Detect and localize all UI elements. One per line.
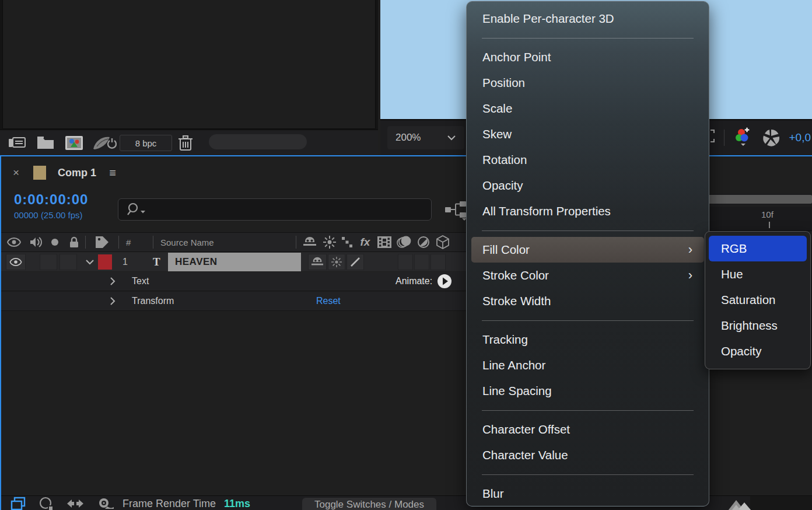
layer-label-swatch[interactable] bbox=[98, 254, 112, 270]
ruler-tick-label: 10f bbox=[761, 209, 774, 219]
shy-column-icon bbox=[299, 236, 321, 249]
comp-color-swatch bbox=[33, 166, 46, 180]
layer-frame-blend-switch[interactable] bbox=[398, 254, 413, 270]
magnification-dropdown[interactable]: 200% bbox=[387, 126, 464, 149]
expand-inout-panes-icon[interactable] bbox=[66, 497, 84, 510]
submenu-chevron-icon: › bbox=[688, 263, 692, 288]
timeline-corner-area bbox=[750, 496, 812, 510]
menu-item-anchor-point[interactable]: Anchor Point bbox=[467, 44, 709, 70]
new-composition-icon[interactable] bbox=[63, 134, 85, 152]
close-tab-icon[interactable]: × bbox=[13, 166, 19, 179]
solo-column-icon bbox=[46, 238, 64, 246]
submenu-item-brightness[interactable]: Brightness bbox=[709, 313, 807, 338]
menu-item-line-anchor[interactable]: Line Anchor bbox=[467, 352, 709, 378]
quality-column-icon bbox=[338, 236, 356, 248]
collapse-transformations-column-icon bbox=[321, 236, 338, 249]
text-group-label[interactable]: Text bbox=[132, 276, 149, 287]
layer-index: 1 bbox=[123, 257, 140, 267]
toolbar-divider bbox=[724, 130, 724, 146]
menu-item-rotation[interactable]: Rotation bbox=[467, 147, 709, 173]
color-depth-label: 8 bpc bbox=[135, 138, 157, 148]
project-items-list[interactable] bbox=[2, 0, 376, 129]
menu-separator bbox=[467, 224, 709, 237]
exposure-value[interactable]: +0,0 bbox=[789, 131, 811, 144]
menu-separator bbox=[467, 32, 709, 44]
color-depth-button[interactable]: 8 bpc bbox=[120, 135, 172, 151]
panel-menu-icon[interactable]: ≡ bbox=[109, 166, 116, 180]
menu-item-position[interactable]: Position bbox=[467, 70, 709, 96]
animate-context-menu: Enable Per-character 3D Anchor Point Pos… bbox=[466, 1, 709, 506]
layer-row[interactable]: 1 T HEAVEN bbox=[1, 252, 468, 271]
search-icon bbox=[127, 202, 146, 216]
menu-item-line-spacing[interactable]: Line Spacing bbox=[467, 378, 709, 404]
after-effects-window: 8 bpc 200% bbox=[0, 0, 812, 510]
submenu-item-saturation[interactable]: Saturation bbox=[709, 287, 807, 313]
toggle-switches-modes-button[interactable]: Toggle Switches / Modes bbox=[302, 498, 436, 510]
project-scrollbar[interactable] bbox=[209, 134, 307, 149]
resolution-icon[interactable] bbox=[762, 128, 780, 147]
frame-render-time-value: 11ms bbox=[224, 498, 250, 510]
menu-item-all-transform-properties[interactable]: All Transform Properties bbox=[467, 198, 709, 224]
comp-tab-title[interactable]: Comp 1 bbox=[58, 167, 96, 179]
chevron-down-icon bbox=[447, 135, 456, 141]
timeline-zoom-mountain-icon[interactable] bbox=[723, 498, 754, 510]
menu-item-skew[interactable]: Skew bbox=[467, 121, 709, 147]
menu-item-blur[interactable]: Blur bbox=[467, 481, 709, 506]
source-name-column-header[interactable]: Source Name bbox=[160, 237, 296, 247]
show-channel-icon[interactable] bbox=[733, 127, 754, 148]
menu-item-tracking[interactable]: Tracking bbox=[467, 327, 709, 352]
animate-label: Animate: bbox=[396, 276, 432, 287]
menu-item-fill-color[interactable]: Fill Color › bbox=[471, 237, 704, 263]
frame-render-time-label: Frame Render Time bbox=[123, 498, 216, 510]
expand-render-time-pane-icon[interactable] bbox=[97, 497, 114, 510]
new-folder-icon[interactable] bbox=[35, 134, 56, 152]
layer-audio-toggle[interactable] bbox=[40, 254, 57, 270]
layer-lock-toggle[interactable] bbox=[60, 254, 77, 270]
layer-visibility-toggle[interactable] bbox=[6, 254, 26, 270]
layer-shy-switch[interactable] bbox=[308, 254, 327, 270]
layer-motion-blur-switch[interactable] bbox=[414, 254, 429, 270]
layer-quality-switch[interactable] bbox=[346, 254, 364, 270]
submenu-item-rgb[interactable]: RGB bbox=[709, 236, 807, 261]
menu-item-stroke-color[interactable]: Stroke Color › bbox=[467, 263, 709, 288]
menu-item-enable-per-character-3d[interactable]: Enable Per-character 3D bbox=[467, 6, 709, 32]
render-engine-icon[interactable] bbox=[91, 134, 118, 152]
current-timecode[interactable]: 0:00:00:00 bbox=[14, 191, 88, 208]
layer-collapse-switch[interactable] bbox=[328, 254, 345, 270]
menu-item-scale[interactable]: Scale bbox=[467, 96, 709, 121]
menu-separator bbox=[467, 468, 709, 481]
effects-column-icon: fx bbox=[356, 236, 374, 249]
expand-transfer-controls-icon[interactable] bbox=[38, 497, 54, 510]
layer-expand-chevron[interactable] bbox=[85, 259, 94, 265]
submenu-chevron-icon: › bbox=[688, 237, 692, 263]
menu-item-opacity[interactable]: Opacity bbox=[467, 173, 709, 198]
transform-group-row[interactable]: Transform Reset bbox=[1, 292, 468, 311]
comp-mini-flowchart-icon[interactable] bbox=[444, 201, 468, 221]
ruler-tick-mark bbox=[769, 222, 770, 228]
timeline-search-input[interactable] bbox=[118, 198, 432, 221]
project-panel: 8 bpc bbox=[0, 0, 378, 156]
menu-item-character-offset[interactable]: Character Offset bbox=[467, 417, 709, 442]
menu-item-stroke-width[interactable]: Stroke Width bbox=[467, 288, 709, 314]
interpret-footage-icon[interactable] bbox=[6, 134, 28, 152]
submenu-item-hue[interactable]: Hue bbox=[709, 261, 807, 287]
submenu-item-opacity[interactable]: Opacity bbox=[709, 338, 807, 364]
video-column-icon bbox=[1, 237, 27, 247]
transform-reset-link[interactable]: Reset bbox=[316, 296, 341, 306]
menu-separator bbox=[467, 314, 709, 327]
chevron-right-icon[interactable] bbox=[110, 277, 116, 286]
3d-layer-column-icon bbox=[433, 235, 453, 249]
text-group-row[interactable]: Text Animate: bbox=[1, 272, 468, 291]
number-column-header[interactable]: # bbox=[126, 237, 153, 247]
frame-info: 00000 (25.00 fps) bbox=[14, 210, 88, 220]
expand-layer-switches-icon[interactable] bbox=[10, 497, 26, 510]
text-layer-icon: T bbox=[153, 256, 168, 268]
layer-name-selected[interactable]: HEAVEN bbox=[168, 253, 301, 271]
chevron-right-icon[interactable] bbox=[110, 296, 116, 306]
animate-button[interactable] bbox=[437, 274, 452, 289]
fill-color-submenu: RGB Hue Saturation Brightness Opacity bbox=[705, 231, 811, 369]
transform-group-label[interactable]: Transform bbox=[132, 296, 174, 306]
trash-icon[interactable] bbox=[175, 134, 196, 152]
menu-item-character-value[interactable]: Character Value bbox=[467, 442, 709, 468]
layer-3d-switch[interactable] bbox=[430, 254, 446, 270]
